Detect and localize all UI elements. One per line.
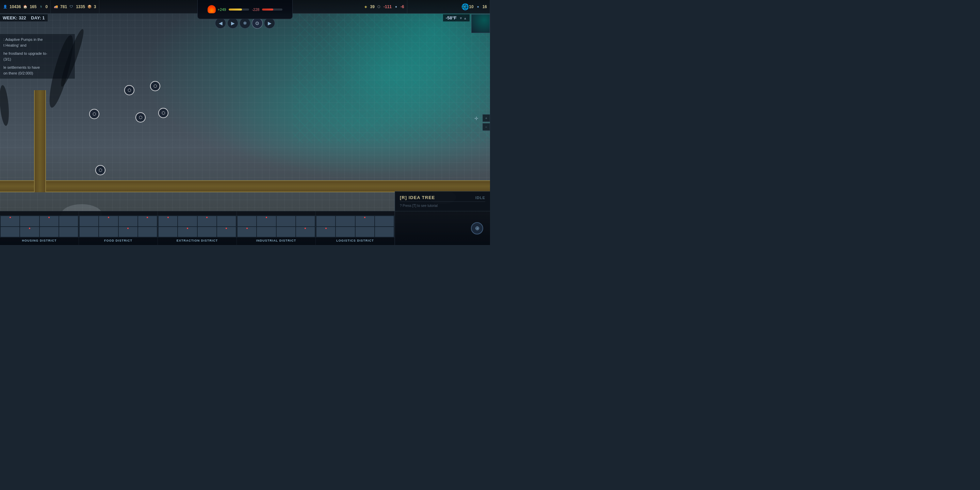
resource-3: -6 (401, 5, 404, 9)
edge-btn-1[interactable]: + (482, 115, 490, 122)
building-block (99, 227, 118, 237)
industrial-district-tab[interactable]: INDUSTRIAL DISTRICT (237, 211, 316, 245)
resources-section: ◈ 39 ⬡ -111 ● -6 (361, 0, 407, 13)
building-block (198, 216, 216, 226)
bottom-corner-icon[interactable]: ⊕ (471, 222, 483, 234)
play-button[interactable]: ▶ (264, 18, 275, 29)
settlement-icon-6[interactable]: ⬡ (150, 81, 160, 91)
building-block (257, 216, 275, 226)
snowflake-button[interactable]: ❄ (240, 18, 250, 29)
heat-negative: -228 (252, 8, 259, 11)
compass-icon[interactable]: 🌐 (460, 0, 470, 14)
settlement-icon-2[interactable]: ⬡ (89, 109, 99, 119)
industrial-district-label: INDUSTRIAL DISTRICT (256, 239, 296, 242)
prev-button[interactable]: ◀ (215, 18, 226, 29)
heat-fill (229, 8, 242, 11)
workers-section: 👤 10436 🏠 165 ⚕ 0 (0, 0, 51, 13)
quest-line-7: le settlements to have (3, 65, 72, 70)
building-block (356, 216, 374, 226)
settlement-symbol-6: ⬡ (153, 84, 157, 89)
heat-loss-bar (262, 8, 282, 11)
housing-district-label: HOUSING DISTRICT (22, 239, 56, 242)
food-preview-bg (79, 215, 158, 237)
food-district-label: FOOD DISTRICT (104, 239, 132, 242)
temp-arrows: ▼ ▲ (459, 16, 467, 20)
road-track (0, 180, 490, 192)
building-block (296, 227, 315, 237)
mini-map[interactable] (471, 14, 490, 33)
house-icon: 🏠 (23, 5, 27, 9)
food-preview (79, 215, 158, 237)
building-block (40, 227, 59, 237)
building-block (277, 216, 295, 226)
extraction-preview (158, 215, 237, 237)
building-block (1, 216, 19, 226)
industrial-preview-bg (237, 215, 315, 237)
bottom-right-spacer: ⊕ (395, 211, 490, 245)
heat-progress-bar (229, 8, 249, 11)
logistics-district-tab[interactable]: LOGISTICS DISTRICT (316, 211, 395, 245)
building-block (356, 227, 374, 237)
building-block (336, 216, 355, 226)
bottom-bar: HOUSING DISTRICT FOOD DISTRICT (0, 211, 490, 245)
building-block (40, 216, 59, 226)
building-block (138, 216, 157, 226)
logistics-preview (316, 215, 395, 237)
resource-icon-1: ◈ (363, 5, 368, 9)
quest-line-5: (3/1) (3, 56, 72, 62)
food-district-tab[interactable]: FOOD DISTRICT (79, 211, 158, 245)
next-button[interactable]: ▶ (227, 18, 238, 29)
quest-spacer-2 (3, 62, 72, 65)
settlement-icon-3[interactable]: ⬡ (135, 112, 146, 123)
panel-title-row: [R] IDEA TREE IDLE (400, 195, 485, 200)
panel-hint-text: ? Press [T] to see tutorial (400, 204, 438, 208)
building-block (317, 216, 335, 226)
building-block (257, 227, 275, 237)
building-block (277, 227, 295, 237)
edge-btn-2[interactable]: − (482, 123, 490, 130)
temperature-display: -58°F ▼ ▲ (443, 14, 469, 21)
settlement-icon-4[interactable]: ⬡ (158, 108, 169, 118)
heat-bar: +249 -228 (218, 8, 283, 11)
illness-count: 0 (45, 5, 48, 9)
resource-icon-2: ⬡ (377, 5, 382, 9)
bottom-right-panel: [R] IDEA TREE IDLE ? Press [T] to see tu… (395, 191, 490, 211)
housing-district-tab[interactable]: HOUSING DISTRICT (0, 211, 79, 245)
building-block (296, 216, 315, 226)
building-block (20, 216, 39, 226)
target-button[interactable]: ⊙ (252, 18, 263, 29)
shield-icon: 🛡 (69, 5, 74, 9)
building-block (237, 227, 256, 237)
building-block (375, 216, 394, 226)
settlement-symbol-4: ⬡ (162, 111, 165, 115)
heat-loss-fill (262, 8, 273, 11)
building-block (217, 227, 236, 237)
mini-map-content (472, 14, 490, 33)
road-track-vertical (34, 90, 46, 192)
quest-line-8: on there (0/2:000) (3, 70, 72, 76)
settlement-icon-5[interactable]: ⬡ (95, 165, 105, 175)
settlement-symbol-1: ⬡ (127, 88, 131, 92)
building-block (119, 216, 137, 226)
top-buttons-bar: ◀ ▶ ❄ ⊙ ▶ (215, 18, 275, 29)
resource-1: 39 (370, 5, 375, 9)
panel-status: IDLE (476, 196, 485, 200)
bottom-corner-icon-area: ⊕ (395, 211, 490, 245)
panel-title-text[interactable]: [R] IDEA TREE (400, 195, 435, 200)
heat-positive: +249 (218, 8, 226, 11)
logistics-district-label: LOGISTICS DISTRICT (336, 239, 374, 242)
center-hud: +249 -228 (197, 0, 293, 19)
panel-hint: ? Press [T] to see tutorial (400, 202, 485, 208)
quest-line-4: he frostland to upgrade to- (3, 51, 72, 56)
building-block (178, 227, 197, 237)
transport-section: 🚚 781 🛡 1335 📦 3 (51, 0, 99, 13)
logistics-preview-bg (316, 215, 395, 237)
building-block (336, 227, 355, 237)
building-block (1, 227, 19, 237)
building-block (59, 227, 78, 237)
building-block (237, 216, 256, 226)
worker-icon: 👤 (3, 5, 8, 9)
settlement-icon-1[interactable]: ⬡ (124, 85, 134, 95)
extraction-district-tab[interactable]: EXTRACTION DISTRICT (158, 211, 237, 245)
building-block (138, 227, 157, 237)
